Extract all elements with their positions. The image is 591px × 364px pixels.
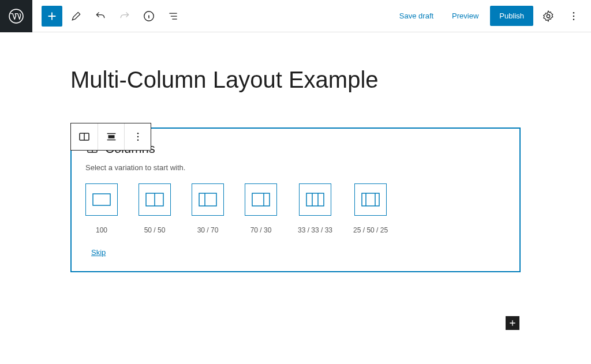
wordpress-icon <box>9 9 24 24</box>
toolbar-right: Save draft Preview Publish <box>392 6 591 27</box>
skip-link[interactable]: Skip <box>85 248 106 257</box>
more-options-button[interactable] <box>563 6 584 27</box>
plus-icon <box>508 318 517 328</box>
settings-button[interactable] <box>538 6 559 27</box>
variation-icon-33-33-33 <box>306 193 324 207</box>
svg-point-8 <box>137 133 139 134</box>
list-view-button[interactable] <box>163 6 184 27</box>
svg-rect-7 <box>108 135 114 138</box>
plus-icon <box>46 10 58 22</box>
svg-rect-15 <box>252 193 270 206</box>
svg-point-3 <box>573 12 575 13</box>
block-type-button[interactable] <box>71 123 98 150</box>
variation-icon-70-30 <box>252 193 270 207</box>
dots-vertical-icon <box>132 131 144 142</box>
variation-icon-25-50-25 <box>361 193 380 207</box>
info-icon <box>143 10 155 22</box>
variation-50-50[interactable]: 50 / 50 <box>139 183 171 234</box>
svg-point-4 <box>573 15 575 17</box>
page-title[interactable]: Multi-Column Layout Example <box>70 67 521 93</box>
info-button[interactable] <box>139 6 159 27</box>
svg-rect-14 <box>199 193 216 206</box>
variation-70-30[interactable]: 70 / 30 <box>245 183 277 234</box>
top-toolbar: Save draft Preview Publish <box>0 0 591 32</box>
align-button[interactable] <box>98 123 124 150</box>
svg-point-10 <box>137 140 139 141</box>
editor-canvas: Multi-Column Layout Example Columns Sele… <box>0 32 591 272</box>
redo-icon <box>119 10 130 22</box>
svg-point-0 <box>9 9 23 23</box>
variation-100[interactable]: 100 <box>85 183 118 234</box>
toolbar-left <box>32 6 184 27</box>
svg-rect-16 <box>306 193 324 206</box>
variation-label: 33 / 33 / 33 <box>298 226 332 234</box>
columns-icon <box>77 130 91 144</box>
variation-icon-50-50 <box>145 193 164 207</box>
variation-33-33-33[interactable]: 33 / 33 / 33 <box>298 183 332 234</box>
svg-rect-12 <box>93 194 110 205</box>
wordpress-logo[interactable] <box>0 0 32 32</box>
variation-label: 100 <box>96 226 107 234</box>
inline-add-block-button[interactable] <box>506 316 519 330</box>
svg-rect-17 <box>362 193 379 206</box>
save-draft-link[interactable]: Save draft <box>392 7 440 25</box>
svg-point-5 <box>573 18 575 20</box>
add-block-button[interactable] <box>42 6 62 27</box>
gear-icon <box>542 10 555 22</box>
undo-icon <box>95 10 106 22</box>
variation-label: 50 / 50 <box>144 226 166 234</box>
block-more-button[interactable] <box>124 123 151 150</box>
variation-label: 30 / 70 <box>197 226 219 234</box>
variation-icon-100 <box>92 193 111 206</box>
publish-button[interactable]: Publish <box>490 6 533 26</box>
svg-point-9 <box>137 136 139 138</box>
variation-25-50-25[interactable]: 25 / 50 / 25 <box>353 183 388 234</box>
variation-label: 70 / 30 <box>250 226 272 234</box>
variation-label: 25 / 50 / 25 <box>353 226 388 234</box>
block-toolbar <box>70 123 151 151</box>
dots-vertical-icon <box>568 10 579 22</box>
column-variations: 100 50 / 50 30 / 70 70 / 30 33 / 33 / 33… <box>85 183 506 234</box>
pencil-icon <box>70 10 82 22</box>
outline-icon <box>167 10 179 22</box>
preview-link[interactable]: Preview <box>445 7 485 25</box>
columns-block-hint: Select a variation to start with. <box>85 163 506 172</box>
edit-mode-button[interactable] <box>66 6 87 27</box>
svg-point-2 <box>547 14 550 18</box>
variation-30-70[interactable]: 30 / 70 <box>192 183 224 234</box>
align-icon <box>105 130 118 143</box>
undo-button[interactable] <box>90 6 111 27</box>
variation-icon-30-70 <box>199 193 217 207</box>
redo-button[interactable] <box>114 6 135 27</box>
